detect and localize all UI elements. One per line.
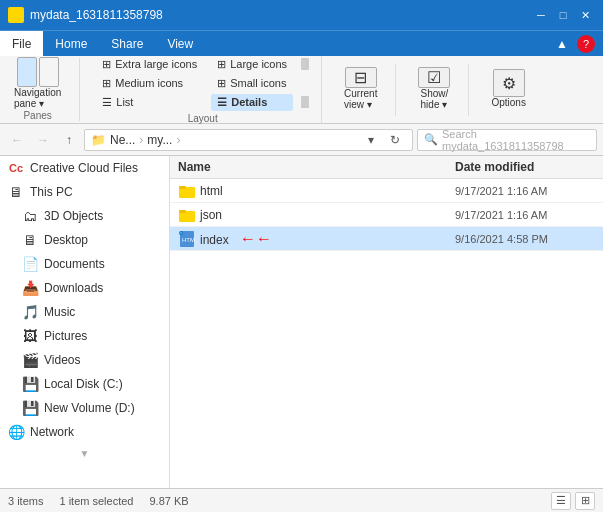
ribbon-layout-group: ⊞ Extra large icons ⊞ Medium icons ☰ Lis… — [96, 56, 309, 111]
sidebar-item-documents[interactable]: 📄 Documents — [0, 252, 169, 276]
details-icon: ☰ — [217, 96, 227, 109]
layout-label: Layout — [96, 113, 309, 124]
large-icons-icon: ⊞ — [217, 58, 226, 71]
pictures-icon: 🖼 — [22, 328, 38, 344]
svg-text:HTML: HTML — [182, 237, 195, 243]
sidebar-item-music[interactable]: 🎵 Music — [0, 300, 169, 324]
selected-count: 1 item selected — [59, 495, 133, 507]
file-list: Name Date modified html 9/17/2021 1:16 A… — [170, 156, 603, 488]
details-btn[interactable]: ☰ Details — [211, 94, 293, 111]
file-date-html: 9/17/2021 1:16 AM — [455, 185, 595, 197]
minimize-button[interactable]: ─ — [531, 5, 551, 25]
sidebar-label-desktop: Desktop — [44, 233, 88, 247]
table-row[interactable]: html 9/17/2021 1:16 AM — [170, 179, 603, 203]
layout-scroll-up[interactable] — [301, 58, 309, 70]
ribbon-layout-section: ⊞ Extra large icons ⊞ Medium icons ☰ Lis… — [96, 56, 322, 124]
column-date-modified[interactable]: Date modified — [455, 160, 595, 174]
show-hide-button[interactable]: ☑ Show/hide ▾ — [412, 64, 456, 114]
sidebar-label-local-disk-c: Local Disk (C:) — [44, 377, 123, 391]
medium-icons-icon: ⊞ — [102, 77, 111, 90]
layout-scroll-down[interactable] — [301, 96, 309, 108]
sidebar-item-new-volume-d[interactable]: 💾 New Volume (D:) — [0, 396, 169, 420]
videos-icon: 🎬 — [22, 352, 38, 368]
music-icon: 🎵 — [22, 304, 38, 320]
current-view-button[interactable]: ⊟ Currentview ▾ — [338, 64, 383, 114]
table-row[interactable]: HTML index ←← 9/16/2021 4:58 PM — [170, 227, 603, 251]
small-icons-icon: ⊞ — [217, 77, 226, 90]
sidebar-item-desktop[interactable]: 🖥 Desktop — [0, 228, 169, 252]
breadcrumb-part2[interactable]: my... — [147, 133, 172, 147]
maximize-button[interactable]: □ — [553, 5, 573, 25]
close-button[interactable]: ✕ — [575, 5, 595, 25]
ribbon-panes-buttons: Navigationpane ▾ — [8, 58, 67, 108]
svg-rect-1 — [179, 186, 186, 189]
breadcrumb-part1[interactable]: Ne... — [110, 133, 135, 147]
breadcrumb-arrow1: › — [139, 133, 143, 147]
file-name-json: json — [200, 208, 455, 222]
status-bar: 3 items 1 item selected 9.87 KB ☰ ⊞ — [0, 488, 603, 512]
path-dropdown-button[interactable]: ▾ — [360, 129, 382, 151]
this-pc-icon: 🖥 — [8, 184, 24, 200]
sidebar-label-music: Music — [44, 305, 75, 319]
back-button[interactable]: ← — [6, 129, 28, 151]
list-view-button[interactable]: ☰ — [551, 492, 571, 510]
address-path[interactable]: 📁 Ne... › my... › ▾ ↻ — [84, 129, 413, 151]
options-button[interactable]: ⚙ Options — [485, 64, 531, 114]
sidebar-label-pictures: Pictures — [44, 329, 87, 343]
sidebar-item-pictures[interactable]: 🖼 Pictures — [0, 324, 169, 348]
breadcrumb-arrow2: › — [176, 133, 180, 147]
app-icon — [8, 7, 24, 23]
file-date-json: 9/17/2021 1:16 AM — [455, 209, 595, 221]
file-name-index: index ←← — [200, 230, 455, 248]
table-row[interactable]: json 9/17/2021 1:16 AM — [170, 203, 603, 227]
menu-view[interactable]: View — [155, 31, 205, 56]
sidebar-label-network: Network — [30, 425, 74, 439]
search-box[interactable]: 🔍 Search mydata_1631811358798 — [417, 129, 597, 151]
sidebar-item-this-pc[interactable]: 🖥 This PC — [0, 180, 169, 204]
desktop-icon: 🖥 — [22, 232, 38, 248]
title-bar-controls: ─ □ ✕ — [531, 5, 595, 25]
sidebar-item-local-disk-c[interactable]: 💾 Local Disk (C:) — [0, 372, 169, 396]
refresh-button[interactable]: ↻ — [384, 129, 406, 151]
large-icons-btn[interactable]: ⊞ Large icons — [211, 56, 293, 73]
sidebar-item-videos[interactable]: 🎬 Videos — [0, 348, 169, 372]
file-list-header: Name Date modified — [170, 156, 603, 179]
selection-arrow: ←← — [240, 230, 272, 248]
folder-icon — [178, 206, 196, 224]
navigation-pane-button[interactable]: Navigationpane ▾ — [8, 58, 67, 108]
ribbon-options-section: ⚙ Options — [485, 64, 543, 116]
sidebar-label-this-pc: This PC — [30, 185, 73, 199]
menu-file[interactable]: File — [0, 31, 43, 56]
new-volume-d-icon: 💾 — [22, 400, 38, 416]
menu-home[interactable]: Home — [43, 31, 99, 56]
menu-share[interactable]: Share — [99, 31, 155, 56]
ribbon-panes-section: Navigationpane ▾ Panes — [8, 58, 80, 121]
small-icons-btn[interactable]: ⊞ Small icons — [211, 75, 293, 92]
sidebar-item-3d-objects[interactable]: 🗂 3D Objects — [0, 204, 169, 228]
sidebar-item-downloads[interactable]: 📥 Downloads — [0, 276, 169, 300]
sidebar-item-creative-cloud[interactable]: Cc Creative Cloud Files — [0, 156, 169, 180]
medium-icons-btn[interactable]: ⊞ Medium icons — [96, 75, 203, 92]
ribbon-question-btn[interactable]: ? — [577, 35, 595, 53]
forward-button[interactable]: → — [32, 129, 54, 151]
list-icon: ☰ — [102, 96, 112, 109]
svg-point-7 — [180, 232, 182, 234]
grid-view-button[interactable]: ⊞ — [575, 492, 595, 510]
local-disk-c-icon: 💾 — [22, 376, 38, 392]
network-icon: 🌐 — [8, 424, 24, 440]
sidebar-item-network[interactable]: 🌐 Network — [0, 420, 169, 444]
3d-objects-icon: 🗂 — [22, 208, 38, 224]
view-toggle-buttons: ☰ ⊞ — [551, 492, 595, 510]
sidebar-label-new-volume-d: New Volume (D:) — [44, 401, 135, 415]
svg-rect-3 — [179, 210, 186, 213]
column-name[interactable]: Name — [178, 160, 455, 174]
ribbon-help-btn[interactable]: ▲ — [551, 33, 573, 55]
address-bar: ← → ↑ 📁 Ne... › my... › ▾ ↻ 🔍 Search myd… — [0, 124, 603, 156]
search-placeholder: Search mydata_1631811358798 — [442, 128, 590, 152]
sidebar: Cc Creative Cloud Files 🖥 This PC 🗂 3D O… — [0, 156, 170, 488]
up-button[interactable]: ↑ — [58, 129, 80, 151]
list-btn[interactable]: ☰ List — [96, 94, 203, 111]
downloads-icon: 📥 — [22, 280, 38, 296]
extra-large-icons-btn[interactable]: ⊞ Extra large icons — [96, 56, 203, 73]
extra-large-icons-icon: ⊞ — [102, 58, 111, 71]
